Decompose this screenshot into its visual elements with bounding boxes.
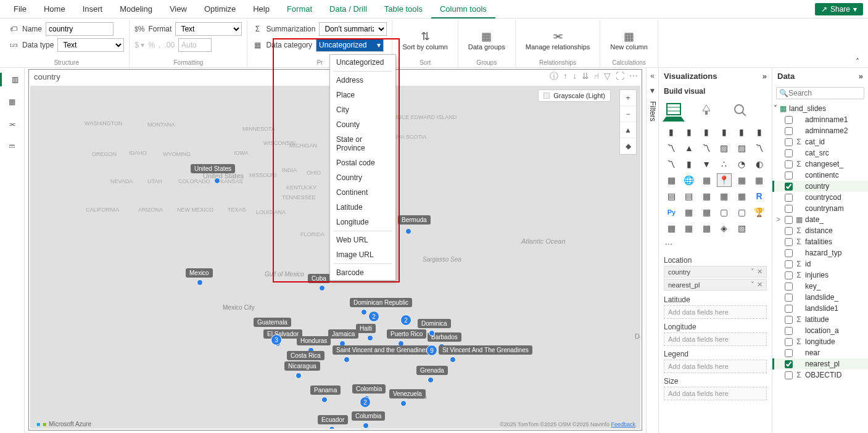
- field-checkbox[interactable]: [785, 127, 793, 135]
- map-marker-dot[interactable]: [321, 397, 328, 403]
- drill-up-icon[interactable]: ↑: [563, 71, 568, 82]
- search-input[interactable]: [788, 89, 861, 97]
- ribbon-collapse-button[interactable]: ˄: [851, 56, 864, 67]
- report-canvas[interactable]: country ⓘ ↑ ↓ ⇊ ⑁ ▽ ⛶ ⋯ Grayscale (Light…: [25, 68, 646, 433]
- data-category-dropdown[interactable]: UncategorizedAddressPlaceCityCountyState…: [329, 54, 396, 281]
- chevron-down-icon[interactable]: ˅: [751, 281, 754, 289]
- field-adminname2[interactable]: adminname2: [772, 125, 868, 136]
- tab-optimize[interactable]: Optimize: [196, 0, 244, 19]
- viz-type-icon[interactable]: ▤: [664, 189, 679, 203]
- field-checkbox[interactable]: [785, 371, 793, 379]
- tab-format[interactable]: Format: [278, 0, 321, 19]
- datatype-select[interactable]: Text: [57, 38, 124, 52]
- map-marker-dot[interactable]: [361, 309, 367, 315]
- analytics-tab[interactable]: [732, 101, 749, 118]
- viz-type-icon[interactable]: 〽: [664, 141, 679, 155]
- viz-type-icon[interactable]: ▢: [717, 205, 732, 219]
- map-marker-label[interactable]: Haiti: [356, 324, 376, 333]
- tab-help[interactable]: Help: [244, 0, 278, 19]
- field-cat_id[interactable]: Σcat_id: [772, 136, 868, 147]
- field-date_[interactable]: >▦date_: [772, 214, 868, 225]
- data-category-option[interactable]: Latitude: [330, 200, 395, 215]
- viz-type-icon[interactable]: ▦: [682, 221, 696, 235]
- well-longitude-drop[interactable]: Add data fields here: [664, 332, 767, 346]
- chevron-down-icon[interactable]: ˅: [751, 268, 754, 276]
- viz-type-icon[interactable]: 🌐: [682, 173, 696, 187]
- field-checkbox[interactable]: [785, 138, 793, 146]
- field-fatalities[interactable]: Σfatalities: [772, 236, 868, 247]
- field-checkbox[interactable]: [785, 160, 793, 168]
- drill-down-icon[interactable]: ↓: [572, 71, 577, 82]
- expand-down-icon[interactable]: ⇊: [582, 71, 589, 82]
- viz-type-icon[interactable]: ▦: [699, 205, 714, 219]
- tab-tabletools[interactable]: Table tools: [376, 0, 431, 19]
- map-marker-label[interactable]: Mexico: [186, 268, 213, 278]
- field-near[interactable]: near: [772, 347, 868, 358]
- dax-view-button[interactable]: 𝌁: [6, 139, 19, 153]
- cluster-marker[interactable]: 9: [426, 345, 437, 356]
- data-category-option[interactable]: Country: [330, 170, 395, 185]
- tab-view[interactable]: View: [161, 0, 196, 19]
- map-theme-pill[interactable]: Grayscale (Light): [538, 89, 611, 102]
- field-checkbox[interactable]: [785, 183, 793, 191]
- tab-home[interactable]: Home: [35, 0, 74, 19]
- new-column-button[interactable]: ▦ New column: [605, 22, 653, 58]
- map-marker-label[interactable]: Grenada: [416, 366, 448, 375]
- table-view-button[interactable]: ▦: [6, 95, 19, 109]
- well-item-nearest-pl[interactable]: nearest_pl ˅✕: [664, 279, 767, 291]
- viz-type-icon[interactable]: ▦: [752, 173, 767, 187]
- field-checkbox[interactable]: [785, 171, 793, 179]
- map-marker-dot[interactable]: [214, 178, 220, 184]
- model-view-button[interactable]: ⫘: [6, 117, 19, 131]
- data-category-option[interactable]: Longitude: [330, 215, 395, 229]
- viz-type-icon[interactable]: 📍: [717, 173, 732, 187]
- data-groups-button[interactable]: ▦ Data groups: [463, 22, 510, 58]
- viz-type-icon[interactable]: ▦: [664, 221, 679, 235]
- viz-type-icon[interactable]: ▮: [682, 125, 696, 139]
- map-marker-dot[interactable]: [329, 426, 335, 429]
- viz-type-icon[interactable]: ▦: [699, 221, 714, 235]
- sort-by-column-button[interactable]: ⇅ Sort by column: [397, 22, 452, 58]
- field-nearest_pl[interactable]: nearest_pl: [772, 358, 868, 369]
- map-marker-label[interactable]: Dominica: [418, 319, 451, 328]
- search-box[interactable]: 🔍: [776, 87, 864, 99]
- pitch-button[interactable]: ▲: [620, 122, 636, 138]
- data-category-option[interactable]: Barcode: [330, 265, 395, 280]
- map-marker-dot[interactable]: [450, 357, 456, 363]
- well-latitude-drop[interactable]: Add data fields here: [664, 305, 767, 319]
- viz-type-icon[interactable]: ▦: [682, 205, 696, 219]
- viz-type-icon[interactable]: Py: [664, 205, 679, 219]
- field-checkbox[interactable]: [785, 227, 793, 235]
- viz-type-icon[interactable]: R: [752, 189, 767, 203]
- map-marker-label[interactable]: United States: [191, 164, 235, 173]
- data-category-option[interactable]: Uncategorized: [330, 55, 395, 70]
- map-marker-dot[interactable]: [296, 373, 302, 379]
- collapse-viz-button[interactable]: »: [763, 72, 767, 81]
- field-distance[interactable]: Σdistance: [772, 225, 868, 236]
- field-checkbox[interactable]: [785, 205, 793, 213]
- map-marker-label[interactable]: Costa Rica: [287, 351, 324, 360]
- zoom-in-button[interactable]: +: [620, 90, 636, 106]
- field-hazard_typ[interactable]: hazard_typ: [772, 247, 868, 258]
- tab-modeling[interactable]: Modeling: [111, 0, 161, 19]
- viz-type-icon[interactable]: ▤: [682, 189, 696, 203]
- map-marker-label[interactable]: Bermuda: [398, 215, 431, 225]
- remove-field-icon[interactable]: ✕: [757, 268, 763, 276]
- build-visual-tab[interactable]: [665, 101, 682, 118]
- field-checkbox[interactable]: [785, 260, 793, 268]
- viz-type-icon[interactable]: ▮: [664, 125, 679, 139]
- format-select[interactable]: Text: [175, 22, 242, 36]
- compass-button[interactable]: ◆: [620, 138, 636, 154]
- map-marker-label[interactable]: Jamaica: [328, 329, 358, 339]
- tab-datadrill[interactable]: Data / Drill: [321, 0, 376, 19]
- field-countrycod[interactable]: countrycod: [772, 192, 868, 203]
- data-category-option[interactable]: Address: [330, 73, 395, 88]
- field-checkbox[interactable]: [785, 349, 793, 357]
- map-marker-label[interactable]: Honduras: [297, 336, 331, 345]
- viz-type-icon[interactable]: ▮: [699, 125, 714, 139]
- name-input[interactable]: [46, 22, 114, 36]
- cluster-marker[interactable]: 3: [271, 334, 282, 345]
- field-landslide1[interactable]: landslide1: [772, 303, 868, 314]
- tab-insert[interactable]: Insert: [74, 0, 112, 19]
- field-checkbox[interactable]: [785, 149, 793, 157]
